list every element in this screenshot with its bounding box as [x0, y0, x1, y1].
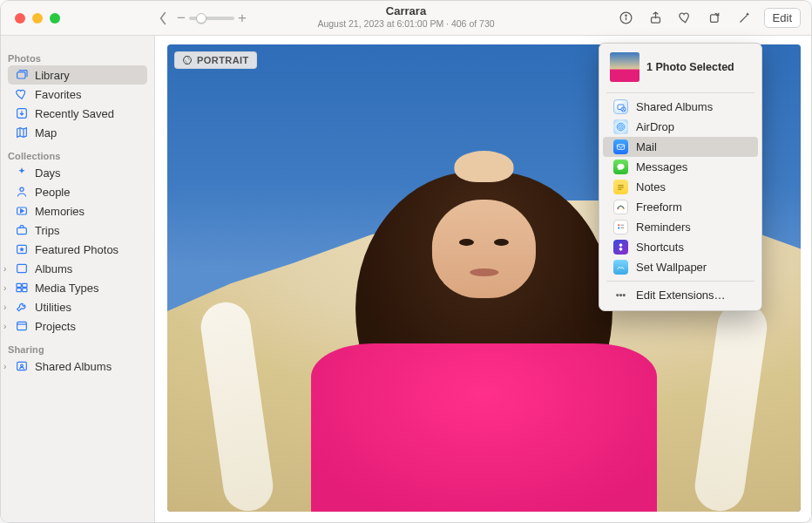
photo-stack-icon: [15, 68, 29, 82]
map-icon: [15, 126, 29, 139]
share-button[interactable]: [642, 6, 670, 31]
sidebar-item-days[interactable]: Days: [8, 163, 147, 182]
sidebar-item-shared-albums[interactable]: ›Shared Albums: [8, 357, 147, 376]
svg-rect-13: [23, 283, 27, 287]
svg-rect-12: [17, 283, 21, 287]
featured-icon: [15, 242, 29, 256]
share-item-label: AirDrop: [636, 120, 674, 133]
zoom-minus[interactable]: −: [177, 10, 186, 27]
memories-icon: [15, 204, 29, 218]
svg-rect-37: [619, 243, 623, 248]
share-menu-header: 1 Photo Selected: [599, 49, 761, 89]
sidebar-item-label: Library: [35, 69, 70, 82]
share-item-label: Freeform: [636, 200, 682, 214]
sidebar-item-label: Map: [35, 126, 57, 139]
share-item-reminders[interactable]: Reminders: [603, 217, 758, 237]
favorite-button[interactable]: [672, 6, 700, 31]
mail-icon: [613, 139, 628, 154]
svg-point-31: [620, 205, 621, 206]
share-item-label: Set Wallpaper: [636, 261, 707, 274]
chevron-right-icon[interactable]: ›: [3, 264, 6, 274]
sparkle-icon: [15, 166, 29, 180]
share-item-airdrop[interactable]: AirDrop: [603, 117, 758, 137]
notes-icon: [613, 180, 628, 194]
divider: [606, 281, 754, 282]
toolbar-right: Edit: [612, 6, 804, 31]
share-item-set-wallpaper[interactable]: Set Wallpaper: [603, 257, 758, 277]
share-item-shortcuts[interactable]: Shortcuts: [603, 237, 758, 257]
back-button[interactable]: [158, 11, 168, 25]
edit-extensions-item[interactable]: Edit Extensions…: [603, 285, 758, 305]
chevron-right-icon[interactable]: ›: [3, 322, 6, 331]
share-item-label: Shared Albums: [636, 100, 713, 113]
sidebar-item-trips[interactable]: Trips: [8, 221, 147, 240]
edit-button[interactable]: Edit: [764, 8, 801, 28]
aperture-icon: [182, 55, 193, 65]
shortcuts-icon: [613, 240, 628, 255]
download-icon: [15, 106, 29, 120]
svg-rect-17: [17, 362, 27, 370]
portrait-badge: PORTRAIT: [174, 51, 257, 69]
share-item-label: Reminders: [636, 221, 691, 234]
share-item-messages[interactable]: Messages: [603, 157, 758, 177]
share-item-shared-albums[interactable]: Shared Albums: [603, 97, 758, 117]
sidebar-item-memories[interactable]: Memories: [8, 201, 147, 221]
sidebar-section-header: Collections: [1, 147, 154, 163]
share-item-label: Messages: [636, 160, 687, 173]
sidebar-item-media-types[interactable]: ›Media Types: [8, 278, 147, 297]
sidebar-item-utilities[interactable]: ›Utilities: [8, 297, 147, 316]
zoom-control: − +: [177, 10, 247, 27]
extensions-icon: [613, 288, 628, 302]
chevron-right-icon[interactable]: ›: [3, 283, 6, 293]
svg-rect-11: [17, 264, 27, 272]
suitcase-icon: [15, 223, 29, 237]
sidebar-item-favorites[interactable]: Favorites: [8, 85, 147, 104]
chevron-right-icon[interactable]: ›: [3, 302, 6, 312]
fullscreen-window-button[interactable]: [50, 13, 60, 24]
sidebar-item-label: Projects: [35, 320, 76, 333]
svg-rect-14: [17, 289, 21, 292]
sidebar-item-recently-saved[interactable]: Recently Saved: [8, 104, 147, 123]
projects-icon: [15, 319, 29, 333]
auto-enhance-button[interactable]: [731, 6, 759, 31]
share-menu: 1 Photo Selected Shared AlbumsAirDropMai…: [599, 43, 762, 311]
sidebar-item-label: Days: [35, 166, 61, 180]
toolbar-left: − +: [158, 10, 247, 27]
rotate-button[interactable]: [701, 6, 729, 31]
svg-point-41: [623, 295, 625, 296]
zoom-plus[interactable]: +: [238, 10, 247, 27]
shared-albums-icon: [613, 99, 628, 114]
svg-point-39: [617, 295, 619, 296]
svg-point-18: [21, 364, 24, 367]
minimize-window-button[interactable]: [32, 13, 43, 24]
photos-window: − + Carrara August 21, 2023 at 6:01:00 P…: [0, 0, 812, 523]
wrench-icon: [15, 300, 29, 314]
reminders-icon: [613, 220, 628, 234]
messages-icon: [613, 160, 628, 174]
sidebar-item-projects[interactable]: ›Projects: [8, 316, 147, 336]
sidebar-item-map[interactable]: Map: [8, 123, 147, 142]
share-item-label: Notes: [636, 180, 666, 194]
sidebar-item-featured-photos[interactable]: Featured Photos: [8, 240, 147, 259]
share-item-label: Shortcuts: [636, 241, 684, 254]
close-window-button[interactable]: [15, 13, 25, 24]
svg-point-32: [623, 208, 624, 209]
share-item-freeform[interactable]: Freeform: [603, 197, 758, 217]
info-button[interactable]: [612, 6, 640, 31]
share-selection-label: 1 Photo Selected: [646, 61, 734, 73]
airdrop-icon: [613, 119, 628, 134]
set-wallpaper-icon: [613, 260, 628, 275]
svg-point-40: [620, 295, 622, 296]
zoom-slider[interactable]: [189, 17, 234, 20]
share-item-notes[interactable]: Notes: [603, 177, 758, 197]
svg-point-30: [618, 208, 619, 209]
sidebar-section-header: Photos: [1, 50, 154, 65]
sidebar-item-albums[interactable]: ›Albums: [8, 259, 147, 278]
sidebar-section-header: Sharing: [1, 341, 154, 357]
sidebar-item-library[interactable]: Library: [8, 65, 147, 85]
svg-point-33: [618, 224, 619, 226]
chevron-right-icon[interactable]: ›: [3, 362, 6, 371]
sidebar-item-people[interactable]: People: [8, 182, 147, 201]
svg-rect-38: [619, 248, 623, 252]
share-item-mail[interactable]: Mail: [603, 137, 758, 157]
